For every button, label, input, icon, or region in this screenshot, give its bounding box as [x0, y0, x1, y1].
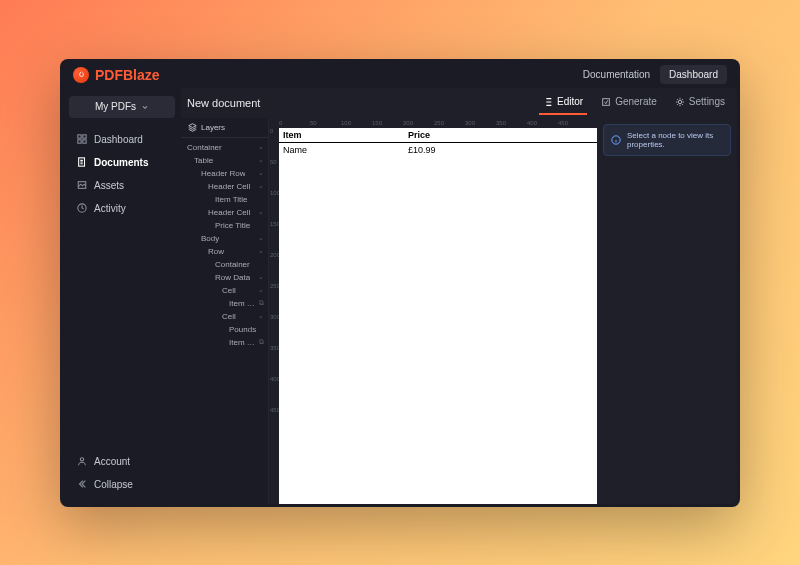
- tab-label: Editor: [557, 96, 583, 107]
- chevron-down-icon[interactable]: ⌄: [258, 156, 264, 164]
- document-header: New document Editor Generate: [181, 88, 737, 118]
- properties-panel: Select a node to view its properties.: [597, 118, 737, 504]
- sidebar-item-label: Account: [94, 456, 130, 467]
- layer-node[interactable]: Row Data⌄: [181, 271, 268, 284]
- layer-node[interactable]: Item Price⧉: [181, 336, 268, 349]
- sidebar-bottom: Account Collapse: [69, 450, 175, 496]
- properties-hint: Select a node to view its properties.: [603, 124, 731, 156]
- layer-node[interactable]: Container⌄: [181, 141, 268, 154]
- layer-label: Container: [187, 143, 222, 152]
- documents-icon: [77, 157, 87, 167]
- chevron-down-icon[interactable]: ⌄: [258, 182, 264, 190]
- ruler-tick: 450: [558, 120, 568, 126]
- sidebar-item-label: Assets: [94, 180, 124, 191]
- chevron-down-icon[interactable]: ⌄: [258, 208, 264, 216]
- layer-label: Header Cell: [208, 182, 250, 191]
- ruler-tick: 350: [496, 120, 506, 126]
- sidebar-item-documents[interactable]: Documents: [69, 151, 175, 174]
- layers-icon: [188, 123, 197, 132]
- layers-panel: Layers Container⌄Table⌄Header Row⌄Header…: [181, 118, 269, 504]
- table-header-row: Item Price: [279, 128, 597, 143]
- dashboard-button[interactable]: Dashboard: [660, 65, 727, 84]
- chevron-down-icon[interactable]: ⌄: [258, 169, 264, 177]
- ruler-tick: 150: [372, 120, 382, 126]
- topbar-right: Documentation Dashboard: [583, 65, 727, 84]
- logo[interactable]: PDFBlaze: [73, 67, 160, 83]
- brand-name: PDFBlaze: [95, 67, 160, 83]
- svg-rect-1: [83, 135, 86, 138]
- topbar: PDFBlaze Documentation Dashboard: [63, 62, 737, 88]
- sidebar-item-activity[interactable]: Activity: [69, 197, 175, 220]
- chevron-down-icon[interactable]: ⌄: [258, 286, 264, 294]
- info-icon: [611, 135, 621, 145]
- layer-node[interactable]: Price Title: [181, 219, 268, 232]
- sidebar-item-collapse[interactable]: Collapse: [69, 473, 175, 496]
- sidebar-item-label: Collapse: [94, 479, 133, 490]
- layers-tree: Container⌄Table⌄Header Row⌄Header Cell⌄I…: [181, 138, 268, 504]
- ruler-tick: 200: [403, 120, 413, 126]
- app: PDFBlaze Documentation Dashboard My PDFs…: [63, 62, 737, 504]
- chevron-down-icon[interactable]: ⌄: [258, 234, 264, 242]
- chevron-down-icon[interactable]: ⌄: [258, 143, 264, 151]
- layer-label: Row: [208, 247, 224, 256]
- cell-price: £10.99: [404, 143, 444, 157]
- layer-label: Body: [201, 234, 219, 243]
- layer-node[interactable]: Item Name⧉: [181, 297, 268, 310]
- svg-point-9: [678, 100, 681, 103]
- svg-rect-3: [83, 140, 86, 143]
- chevron-down-icon[interactable]: ⌄: [258, 247, 264, 255]
- layer-label: Container: [215, 260, 250, 269]
- layer-label: Cell: [222, 312, 236, 321]
- content: My PDFs Dashboard Documents: [63, 88, 737, 504]
- ruler-vertical: 050100150200250300350400450: [269, 128, 279, 504]
- sidebar-item-label: Activity: [94, 203, 126, 214]
- ruler-horizontal: 050100150200250300350400450: [279, 118, 597, 128]
- layer-node[interactable]: Header Cell⌄: [181, 180, 268, 193]
- generate-icon: [601, 97, 611, 107]
- chevron-down-icon[interactable]: ⌄: [258, 312, 264, 320]
- link-icon: ⧉: [259, 299, 264, 307]
- canvas[interactable]: 050100150200250300350400450 050100150200…: [269, 118, 597, 504]
- layers-title: Layers: [201, 123, 225, 132]
- layer-node[interactable]: Container: [181, 258, 268, 271]
- hint-text: Select a node to view its properties.: [627, 131, 723, 149]
- layer-node[interactable]: Cell⌄: [181, 284, 268, 297]
- tab-editor[interactable]: Editor: [539, 90, 587, 115]
- tab-settings[interactable]: Settings: [671, 90, 729, 115]
- document-title: New document: [187, 97, 260, 109]
- ruler-tick: 300: [465, 120, 475, 126]
- collapse-icon: [77, 479, 87, 489]
- my-pdfs-label: My PDFs: [95, 101, 136, 112]
- layer-node[interactable]: Header Row⌄: [181, 167, 268, 180]
- chevron-down-icon: [141, 103, 149, 111]
- tab-label: Settings: [689, 96, 725, 107]
- layer-label: Item Name: [229, 299, 255, 308]
- layer-node[interactable]: Row⌄: [181, 245, 268, 258]
- layer-node[interactable]: Cell⌄: [181, 310, 268, 323]
- tabs: Editor Generate Settings: [539, 90, 729, 115]
- ruler-tick: 100: [341, 120, 351, 126]
- chevron-down-icon[interactable]: ⌄: [258, 273, 264, 281]
- activity-icon: [77, 203, 87, 213]
- main: New document Editor Generate: [181, 88, 737, 504]
- th-price: Price: [404, 128, 444, 142]
- layer-node[interactable]: Table⌄: [181, 154, 268, 167]
- doc-table: Item Price Name£10.99: [279, 128, 597, 157]
- cell-item: Name: [279, 143, 404, 157]
- sidebar-item-label: Documents: [94, 157, 148, 168]
- sidebar-item-dashboard[interactable]: Dashboard: [69, 128, 175, 151]
- ruler-tick: 50: [310, 120, 317, 126]
- layer-label: Header Row: [201, 169, 245, 178]
- layer-node[interactable]: Header Cell⌄: [181, 206, 268, 219]
- documentation-link[interactable]: Documentation: [583, 69, 650, 80]
- layer-node[interactable]: Pounds: [181, 323, 268, 336]
- layer-node[interactable]: Item Title: [181, 193, 268, 206]
- my-pdfs-dropdown[interactable]: My PDFs: [69, 96, 175, 118]
- ruler-tick: 400: [527, 120, 537, 126]
- sidebar-item-account[interactable]: Account: [69, 450, 175, 473]
- tab-label: Generate: [615, 96, 657, 107]
- layer-node[interactable]: Body⌄: [181, 232, 268, 245]
- sidebar-item-assets[interactable]: Assets: [69, 174, 175, 197]
- tab-generate[interactable]: Generate: [597, 90, 661, 115]
- svg-rect-2: [78, 140, 81, 143]
